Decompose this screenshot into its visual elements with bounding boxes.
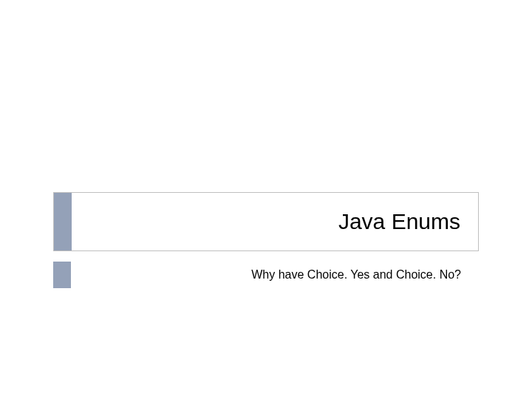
title-accent-bar xyxy=(54,193,72,250)
subtitle-accent-bar xyxy=(53,262,71,288)
slide-title: Java Enums xyxy=(72,209,478,234)
slide-subtitle: Why have Choice. Yes and Choice. No? xyxy=(71,268,479,282)
subtitle-block: Why have Choice. Yes and Choice. No? xyxy=(53,262,479,288)
title-block: Java Enums xyxy=(53,192,479,251)
